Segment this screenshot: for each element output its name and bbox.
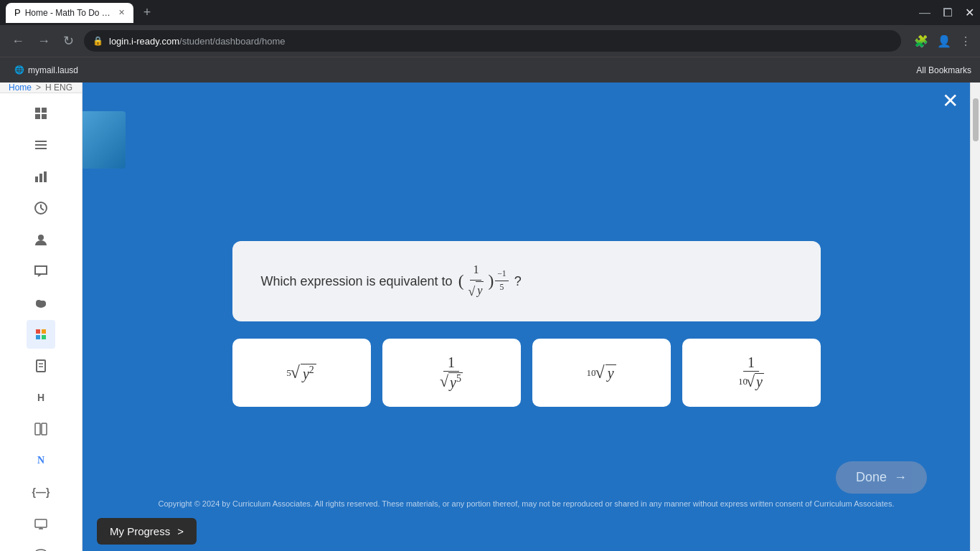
- breadcrumb-current: H ENG: [45, 83, 72, 93]
- sidebar-icon-chat[interactable]: [27, 257, 55, 286]
- tab-close-icon[interactable]: ✕: [118, 8, 125, 17]
- svg-rect-18: [42, 329, 46, 334]
- sidebar-icon-list[interactable]: [27, 131, 55, 159]
- question-prefix: Which expression is equivalent to: [261, 271, 453, 292]
- scrollbar-track[interactable]: [970, 83, 980, 551]
- my-progress-button[interactable]: My Progress >: [97, 518, 197, 545]
- sidebar-icons: H N {—}: [0, 93, 82, 551]
- svg-rect-0: [35, 108, 40, 113]
- browser-titlebar: P Home - Math To Do i-Ready ✕ + — ⧠ ✕: [0, 0, 980, 25]
- sidebar-icon-cloud[interactable]: [27, 288, 55, 317]
- svg-rect-7: [35, 176, 38, 182]
- answer-c-math: 10 √ y: [586, 363, 616, 382]
- window-controls: — ⧠ ✕: [919, 7, 974, 19]
- sidebar-icon-person[interactable]: [27, 225, 55, 254]
- answer-b-math: 1 √ y5: [437, 354, 466, 391]
- breadcrumb-home[interactable]: Home: [9, 83, 32, 93]
- tab-title: Home - Math To Do i-Ready: [25, 8, 111, 18]
- svg-rect-6: [35, 148, 47, 149]
- svg-rect-1: [42, 108, 47, 113]
- tab-strip: P Home - Math To Do i-Ready ✕ +: [6, 3, 156, 23]
- svg-rect-5: [35, 144, 47, 146]
- svg-rect-4: [35, 141, 47, 142]
- answer-choices: 5 √ y2 1 √ y5: [232, 339, 821, 407]
- sidebar-icon-bracket[interactable]: {—}: [27, 478, 55, 507]
- svg-rect-24: [35, 423, 40, 435]
- extensions-button[interactable]: 🧩: [914, 34, 928, 48]
- toolbar-right: 🧩 👤 ⋮: [914, 34, 971, 48]
- svg-point-13: [38, 235, 44, 240]
- tab-favicon: P: [14, 7, 21, 18]
- svg-line-12: [41, 208, 44, 210]
- svg-rect-3: [42, 114, 47, 119]
- lesson-thumbnail: [83, 111, 126, 169]
- main-area: ✕ Which expression is equivalent to ( 1: [83, 83, 970, 551]
- bookmark-icon: 🌐: [14, 65, 24, 75]
- svg-rect-20: [42, 335, 46, 339]
- breadcrumb: Home > H ENG: [0, 83, 82, 93]
- new-tab-button[interactable]: +: [138, 5, 157, 20]
- svg-rect-25: [42, 423, 47, 435]
- sidebar-icon-h[interactable]: H: [27, 383, 55, 412]
- lock-icon: 🔒: [93, 36, 103, 46]
- browser-toolbar: ← → ↻ 🔒 login.i-ready.com/student/dashbo…: [0, 25, 980, 57]
- sidebar-icon-data[interactable]: [27, 541, 55, 551]
- svg-rect-8: [39, 174, 42, 182]
- answer-d-math: 1 10 √ y: [735, 354, 767, 391]
- all-bookmarks[interactable]: All Bookmarks: [916, 65, 971, 75]
- my-progress-arrow-icon: >: [177, 525, 184, 537]
- back-button[interactable]: ←: [9, 31, 27, 52]
- question-box: Which expression is equivalent to ( 1 √ …: [232, 241, 821, 321]
- done-button[interactable]: Done →: [836, 461, 927, 494]
- page-content: Home > H ENG: [0, 83, 980, 551]
- sidebar-icon-grid[interactable]: [27, 99, 55, 128]
- forward-button[interactable]: →: [34, 31, 53, 52]
- reload-button[interactable]: ↻: [60, 30, 77, 52]
- left-sidebar: Home > H ENG: [0, 83, 83, 551]
- copyright-bar: Copyright © 2024 by Curriculum Associate…: [83, 496, 970, 511]
- svg-rect-2: [35, 114, 40, 119]
- sidebar-icon-clock[interactable]: [27, 194, 55, 222]
- sidebar-icon-cube[interactable]: [27, 320, 55, 349]
- bookmark-mymail[interactable]: 🌐 mymail.lausd: [9, 62, 84, 78]
- copyright-text: Copyright © 2024 by Curriculum Associate…: [159, 499, 895, 508]
- minimize-button[interactable]: —: [919, 7, 930, 19]
- answer-choice-a[interactable]: 5 √ y2: [232, 339, 371, 407]
- sidebar-icon-n[interactable]: N: [27, 446, 55, 475]
- svg-rect-21: [37, 360, 45, 372]
- maximize-button[interactable]: ⧠: [942, 7, 953, 19]
- scrollbar-thumb[interactable]: [973, 98, 979, 141]
- address-bar[interactable]: 🔒 login.i-ready.com/student/dashboard/ho…: [84, 30, 901, 52]
- sidebar-icon-chart[interactable]: [27, 162, 55, 191]
- done-label: Done: [856, 470, 887, 485]
- bookmarks-bar: 🌐 mymail.lausd All Bookmarks: [0, 57, 980, 83]
- active-tab[interactable]: P Home - Math To Do i-Ready ✕: [6, 3, 133, 23]
- answer-choice-d[interactable]: 1 10 √ y: [682, 339, 821, 407]
- menu-button[interactable]: ⋮: [960, 34, 971, 48]
- modal-close-button[interactable]: ✕: [942, 91, 958, 111]
- svg-rect-9: [44, 171, 47, 182]
- question-text: Which expression is equivalent to ( 1 √ …: [261, 261, 792, 301]
- question-suffix: ?: [514, 271, 522, 292]
- answer-choice-c[interactable]: 10 √ y: [532, 339, 671, 407]
- my-progress-label: My Progress: [110, 525, 170, 537]
- sidebar-icon-screen[interactable]: [27, 509, 55, 538]
- answer-choice-b[interactable]: 1 √ y5: [382, 339, 521, 407]
- close-button[interactable]: ✕: [965, 7, 974, 19]
- answer-a-math: 5 √ y2: [286, 363, 316, 382]
- svg-rect-17: [36, 329, 40, 334]
- done-arrow-icon: →: [894, 470, 907, 485]
- question-expression: ( 1 √ y ) −1 5: [458, 261, 509, 301]
- profile-button[interactable]: 👤: [937, 34, 951, 48]
- svg-rect-19: [36, 335, 40, 339]
- address-path: /student/dashboard/home: [179, 36, 285, 47]
- breadcrumb-separator: >: [36, 83, 41, 93]
- bookmark-label: mymail.lausd: [28, 65, 78, 75]
- my-progress-section: My Progress >: [83, 511, 970, 551]
- sidebar-icon-panel[interactable]: [27, 415, 55, 443]
- sidebar-icon-document[interactable]: [27, 352, 55, 380]
- address-text: login.i-ready.com/student/dashboard/home: [109, 36, 892, 47]
- address-domain: login.i-ready.com: [109, 36, 179, 47]
- svg-rect-26: [35, 519, 47, 527]
- svg-point-16: [40, 301, 46, 306]
